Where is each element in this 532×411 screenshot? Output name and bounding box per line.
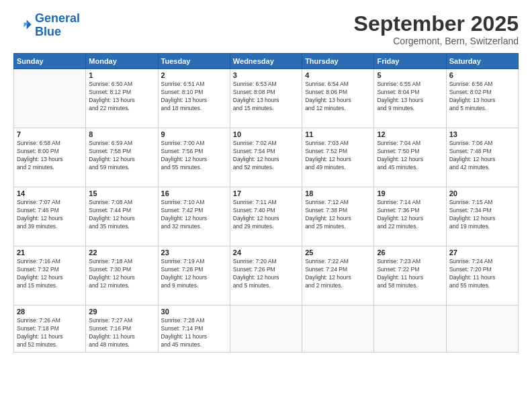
day-info: Sunrise: 7:12 AM Sunset: 7:38 PM Dayligh… — [305, 199, 371, 231]
day-number: 15 — [89, 189, 154, 197]
calendar-header-saturday: Saturday — [446, 54, 518, 69]
calendar-cell: 26Sunrise: 7:23 AM Sunset: 7:22 PM Dayli… — [374, 246, 446, 306]
day-number: 12 — [377, 130, 443, 138]
day-info: Sunrise: 7:16 AM Sunset: 7:32 PM Dayligh… — [17, 258, 83, 290]
calendar-cell: 17Sunrise: 7:11 AM Sunset: 7:40 PM Dayli… — [230, 187, 302, 246]
calendar-cell: 1Sunrise: 6:50 AM Sunset: 8:12 PM Daylig… — [86, 69, 158, 128]
calendar-header-tuesday: Tuesday — [158, 54, 230, 69]
day-info: Sunrise: 6:58 AM Sunset: 8:00 PM Dayligh… — [17, 140, 83, 172]
logo-icon — [13, 16, 32, 35]
title-block: September 2025 Corgemont, Bern, Switzerl… — [354, 12, 519, 46]
calendar-cell: 18Sunrise: 7:12 AM Sunset: 7:38 PM Dayli… — [302, 187, 374, 246]
day-number: 10 — [233, 130, 299, 138]
logo-text: General Blue — [35, 12, 80, 39]
day-info: Sunrise: 7:04 AM Sunset: 7:50 PM Dayligh… — [377, 140, 443, 172]
day-info: Sunrise: 7:08 AM Sunset: 7:44 PM Dayligh… — [89, 199, 154, 231]
day-info: Sunrise: 7:07 AM Sunset: 7:46 PM Dayligh… — [17, 199, 83, 231]
calendar-cell: 3Sunrise: 6:53 AM Sunset: 8:08 PM Daylig… — [230, 69, 302, 128]
month-title: September 2025 — [354, 12, 519, 36]
day-number: 1 — [89, 71, 154, 79]
calendar-cell: 14Sunrise: 7:07 AM Sunset: 7:46 PM Dayli… — [14, 187, 86, 246]
day-info: Sunrise: 7:19 AM Sunset: 7:28 PM Dayligh… — [161, 258, 227, 290]
calendar-cell: 22Sunrise: 7:18 AM Sunset: 7:30 PM Dayli… — [86, 246, 158, 306]
day-info: Sunrise: 7:22 AM Sunset: 7:24 PM Dayligh… — [305, 258, 371, 290]
calendar-cell: 7Sunrise: 6:58 AM Sunset: 8:00 PM Daylig… — [14, 128, 86, 187]
calendar-cell: 15Sunrise: 7:08 AM Sunset: 7:44 PM Dayli… — [86, 187, 158, 246]
calendar-cell: 10Sunrise: 7:02 AM Sunset: 7:54 PM Dayli… — [230, 128, 302, 187]
day-info: Sunrise: 7:03 AM Sunset: 7:52 PM Dayligh… — [305, 140, 371, 172]
location-subtitle: Corgemont, Bern, Switzerland — [354, 36, 519, 46]
day-number: 29 — [89, 308, 154, 316]
day-info: Sunrise: 6:54 AM Sunset: 8:06 PM Dayligh… — [305, 81, 371, 113]
day-info: Sunrise: 7:00 AM Sunset: 7:56 PM Dayligh… — [161, 140, 227, 172]
calendar-cell: 4Sunrise: 6:54 AM Sunset: 8:06 PM Daylig… — [302, 69, 374, 128]
calendar-cell: 6Sunrise: 6:56 AM Sunset: 8:02 PM Daylig… — [446, 69, 518, 128]
day-info: Sunrise: 7:06 AM Sunset: 7:48 PM Dayligh… — [449, 140, 515, 172]
day-number: 14 — [17, 189, 83, 197]
day-info: Sunrise: 6:50 AM Sunset: 8:12 PM Dayligh… — [89, 81, 154, 113]
calendar-cell — [374, 306, 446, 353]
svg-marker-0 — [27, 19, 32, 29]
day-number: 28 — [17, 308, 83, 316]
page: General Blue September 2025 Corgemont, B… — [0, 0, 532, 411]
day-number: 16 — [161, 189, 227, 197]
calendar-week-row: 1Sunrise: 6:50 AM Sunset: 8:12 PM Daylig… — [14, 69, 519, 128]
calendar-cell: 13Sunrise: 7:06 AM Sunset: 7:48 PM Dayli… — [446, 128, 518, 187]
day-info: Sunrise: 7:10 AM Sunset: 7:42 PM Dayligh… — [161, 199, 227, 231]
calendar-header-sunday: Sunday — [14, 54, 86, 69]
calendar-cell: 5Sunrise: 6:55 AM Sunset: 8:04 PM Daylig… — [374, 69, 446, 128]
calendar: SundayMondayTuesdayWednesdayThursdayFrid… — [13, 53, 519, 353]
logo-line1: General — [35, 11, 80, 25]
day-info: Sunrise: 7:23 AM Sunset: 7:22 PM Dayligh… — [377, 258, 443, 290]
day-info: Sunrise: 7:26 AM Sunset: 7:18 PM Dayligh… — [17, 317, 83, 349]
day-number: 27 — [449, 248, 515, 257]
day-number: 13 — [449, 130, 515, 138]
calendar-week-row: 7Sunrise: 6:58 AM Sunset: 8:00 PM Daylig… — [14, 128, 519, 187]
calendar-cell: 16Sunrise: 7:10 AM Sunset: 7:42 PM Dayli… — [158, 187, 230, 246]
day-number: 6 — [449, 71, 515, 79]
day-info: Sunrise: 7:18 AM Sunset: 7:30 PM Dayligh… — [89, 258, 154, 290]
day-info: Sunrise: 7:27 AM Sunset: 7:16 PM Dayligh… — [89, 317, 154, 349]
day-number: 21 — [17, 248, 83, 257]
day-number: 26 — [377, 248, 443, 257]
day-number: 24 — [233, 248, 299, 257]
header: General Blue September 2025 Corgemont, B… — [13, 12, 519, 46]
day-number: 7 — [17, 130, 83, 138]
calendar-header-wednesday: Wednesday — [230, 54, 302, 69]
calendar-header-thursday: Thursday — [302, 54, 374, 69]
day-number: 2 — [161, 71, 227, 79]
day-number: 25 — [305, 248, 371, 257]
calendar-cell: 24Sunrise: 7:20 AM Sunset: 7:26 PM Dayli… — [230, 246, 302, 306]
day-number: 5 — [377, 71, 443, 79]
day-info: Sunrise: 6:51 AM Sunset: 8:10 PM Dayligh… — [161, 81, 227, 113]
logo: General Blue — [13, 12, 80, 39]
calendar-cell: 20Sunrise: 7:15 AM Sunset: 7:34 PM Dayli… — [446, 187, 518, 246]
day-info: Sunrise: 7:24 AM Sunset: 7:20 PM Dayligh… — [449, 258, 515, 290]
logo-line2: Blue — [35, 26, 80, 39]
day-info: Sunrise: 6:53 AM Sunset: 8:08 PM Dayligh… — [233, 81, 299, 113]
calendar-cell: 25Sunrise: 7:22 AM Sunset: 7:24 PM Dayli… — [302, 246, 374, 306]
day-info: Sunrise: 7:02 AM Sunset: 7:54 PM Dayligh… — [233, 140, 299, 172]
day-number: 9 — [161, 130, 227, 138]
day-number: 23 — [161, 248, 227, 257]
day-number: 19 — [377, 189, 443, 197]
day-info: Sunrise: 6:59 AM Sunset: 7:58 PM Dayligh… — [89, 140, 154, 172]
day-info: Sunrise: 7:11 AM Sunset: 7:40 PM Dayligh… — [233, 199, 299, 231]
calendar-header-row: SundayMondayTuesdayWednesdayThursdayFrid… — [14, 54, 519, 69]
calendar-week-row: 21Sunrise: 7:16 AM Sunset: 7:32 PM Dayli… — [14, 246, 519, 306]
calendar-header-friday: Friday — [374, 54, 446, 69]
day-info: Sunrise: 7:20 AM Sunset: 7:26 PM Dayligh… — [233, 258, 299, 290]
day-number: 8 — [89, 130, 154, 138]
calendar-cell: 27Sunrise: 7:24 AM Sunset: 7:20 PM Dayli… — [446, 246, 518, 306]
calendar-cell: 28Sunrise: 7:26 AM Sunset: 7:18 PM Dayli… — [14, 306, 86, 353]
calendar-cell: 9Sunrise: 7:00 AM Sunset: 7:56 PM Daylig… — [158, 128, 230, 187]
calendar-cell: 2Sunrise: 6:51 AM Sunset: 8:10 PM Daylig… — [158, 69, 230, 128]
day-info: Sunrise: 7:28 AM Sunset: 7:14 PM Dayligh… — [161, 317, 227, 349]
day-number: 4 — [305, 71, 371, 79]
calendar-cell: 23Sunrise: 7:19 AM Sunset: 7:28 PM Dayli… — [158, 246, 230, 306]
day-number: 30 — [161, 308, 227, 316]
calendar-week-row: 14Sunrise: 7:07 AM Sunset: 7:46 PM Dayli… — [14, 187, 519, 246]
day-number: 20 — [449, 189, 515, 197]
day-info: Sunrise: 7:15 AM Sunset: 7:34 PM Dayligh… — [449, 199, 515, 231]
calendar-cell — [230, 306, 302, 353]
